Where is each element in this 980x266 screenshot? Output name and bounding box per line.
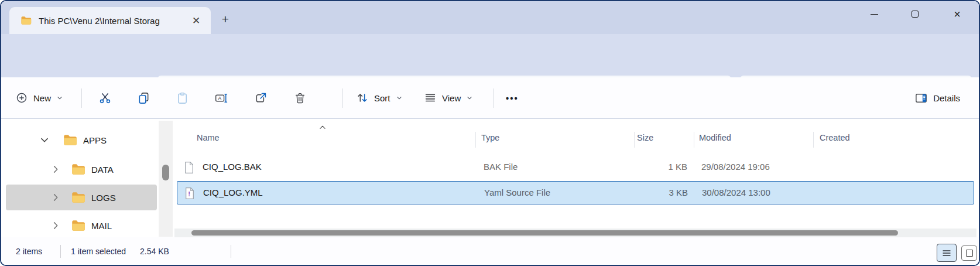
close-icon: × [954,8,961,20]
chevron-down-icon [466,94,473,101]
status-divider [231,245,231,258]
sidebar-item-label: APPS [83,135,107,145]
copy-icon [137,91,150,105]
explorer-tab[interactable]: This PC\Venu 2\Internal Storag ✕ [9,7,211,34]
share-icon [254,91,268,105]
file-size: 3 KB [620,187,688,197]
folder-icon [70,218,85,233]
chevron-down-icon [56,94,63,101]
toolbar-divider [342,88,343,108]
more-options-button[interactable]: ••• [500,86,525,110]
main-area: APPS DATA LOGS [1,119,979,238]
column-header-type[interactable]: Type [481,133,499,142]
selection-count: 1 item selected [71,247,126,256]
rename-button[interactable]: A [208,86,233,110]
column-divider[interactable] [475,132,476,148]
horizontal-scrollbar[interactable] [174,229,976,237]
status-bar: 2 items 1 item selected 2.54 KB [1,237,979,266]
tab-title: This PC\Venu 2\Internal Storag [39,16,189,26]
minimize-button[interactable] [861,5,888,23]
file-icon [184,161,194,174]
toolbar-divider [493,88,494,108]
ellipsis-icon: ••• [506,93,519,103]
column-divider[interactable] [694,132,694,148]
column-header-modified[interactable]: Modified [699,133,731,142]
view-button[interactable]: View [418,86,479,110]
sort-ascending-icon [318,124,327,130]
minimize-icon [871,14,878,15]
file-type: Yaml Source File [484,187,550,197]
sort-button[interactable]: Sort [350,86,409,110]
file-modified: 29/08/2024 19:06 [701,162,770,172]
file-list: Name Type Size Modified Created CIQ_LOG.… [174,119,978,238]
new-button-label: New [33,93,51,103]
column-divider[interactable] [813,132,814,148]
sidebar-item-label: DATA [91,165,114,175]
folder-icon [70,190,85,205]
tab-bar: This PC\Venu 2\Internal Storag ✕ + × [1,1,979,34]
chevron-right-icon[interactable] [49,163,62,176]
close-icon: ✕ [192,15,200,27]
file-name: CIQ_LOG.YML [203,187,263,197]
sort-button-label: Sort [374,93,390,103]
delete-button[interactable] [287,86,312,110]
details-view-icon [942,249,951,257]
file-size: 1 KB [619,162,687,172]
new-button[interactable]: New [9,86,69,110]
paste-button[interactable] [170,86,194,110]
file-name: CIQ_LOG.BAK [203,162,262,172]
svg-text:!: ! [188,190,190,197]
share-button[interactable] [248,86,273,110]
icons-view-icon [966,250,973,257]
maximize-icon [912,11,919,18]
view-button-label: View [442,93,461,103]
file-row-ciq-log-bak[interactable]: CIQ_LOG.BAK BAK File 1 KB 29/08/2024 19:… [177,156,974,179]
scrollbar-thumb[interactable] [162,165,169,180]
column-header-size[interactable]: Size [637,133,653,142]
sort-icon [356,91,369,104]
svg-text:A: A [218,95,222,101]
chevron-right-icon[interactable] [49,191,62,204]
folder-icon [62,132,77,148]
cut-button[interactable] [92,86,117,110]
yaml-file-icon: ! [184,187,195,200]
sidebar-item-label: LOGS [91,193,116,203]
details-pane-button[interactable]: Details [909,86,966,110]
chevron-down-icon [396,94,403,101]
folder-icon [20,15,32,26]
toolbar-divider [81,88,82,108]
scrollbar-thumb[interactable] [191,230,898,236]
close-window-button[interactable]: × [944,5,971,23]
column-header-name[interactable]: Name [197,133,220,142]
file-type: BAK File [484,162,518,172]
column-divider[interactable] [634,132,635,148]
clipboard-icon [176,91,189,105]
scissors-icon [98,91,112,105]
sidebar-item-apps[interactable]: APPS [6,127,157,153]
rename-icon: A [214,91,228,105]
sidebar-item-label: MAIL [91,221,112,231]
sidebar-item-mail[interactable]: MAIL [6,213,157,238]
chevron-right-icon[interactable] [49,219,62,232]
file-row-ciq-log-yml-selected[interactable]: ! CIQ_LOG.YML Yaml Source File 3 KB 30/0… [177,181,974,204]
trash-icon [293,91,307,105]
status-divider [60,245,61,258]
sidebar-item-data[interactable]: DATA [6,156,157,182]
copy-button[interactable] [131,86,156,110]
item-count: 2 items [16,247,42,256]
sidebar-scrollbar[interactable] [159,121,173,237]
selection-size: 2.54 KB [140,247,169,256]
maximize-button[interactable] [902,5,928,23]
chevron-down-icon[interactable] [38,134,51,146]
new-tab-button[interactable]: + [217,11,234,28]
icons-view-toggle[interactable] [961,245,977,261]
view-list-icon [424,91,437,104]
tab-close-button[interactable]: ✕ [189,13,204,28]
file-explorer-window: This PC\Venu 2\Internal Storag ✕ + × [0,0,980,266]
details-pane-icon [914,91,928,105]
navigation-bar: › This PC › Venu 2 › Internal Storage › … [1,34,979,77]
details-view-toggle-active[interactable] [937,244,957,262]
sidebar-item-logs-selected[interactable]: LOGS [6,185,157,210]
column-header-created[interactable]: Created [820,133,850,142]
plus-icon: + [222,12,229,26]
